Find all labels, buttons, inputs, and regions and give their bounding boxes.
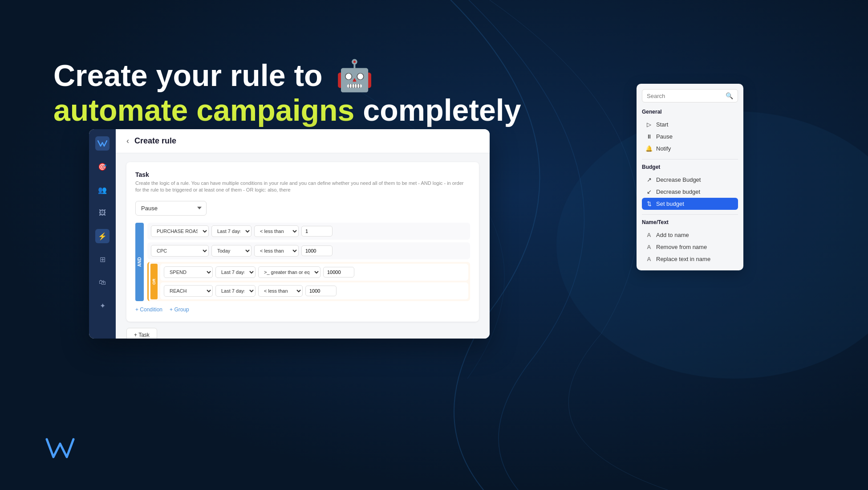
- hero-section: Create your rule to 🤖 automate campaigns…: [53, 58, 521, 127]
- add-to-name-icon: A: [645, 232, 653, 238]
- task-section-label: Task: [135, 171, 470, 178]
- decrease-budget-upper-icon: ↗: [645, 176, 653, 183]
- sidebar-icon-grid[interactable]: ⊞: [95, 252, 110, 266]
- page-title: Create rule: [134, 136, 176, 146]
- condition-period-2[interactable]: Today: [211, 245, 251, 257]
- notify-icon: 🔔: [645, 145, 653, 152]
- task-type-dropdown[interactable]: Pause: [135, 201, 207, 216]
- dp-item-replace-text[interactable]: A Replace text in name: [642, 253, 738, 265]
- dp-item-decrease-budget-lower[interactable]: ↙ Decrease budget: [642, 186, 738, 198]
- sidebar-logo[interactable]: [95, 136, 110, 151]
- dp-item-label-set-budget: Set budget: [656, 200, 684, 207]
- dp-item-decrease-budget-upper[interactable]: ↗ Decrease Budget: [642, 174, 738, 186]
- bottom-logo: [45, 435, 80, 463]
- page-header: ‹ Create rule: [116, 129, 490, 153]
- conditions-list: PURCHASE ROAS Last 7 days < less than: [147, 223, 470, 301]
- task-section-desc: Create the logic of a rule. You can have…: [135, 180, 470, 194]
- dp-item-remove-from-name[interactable]: A Remove from name: [642, 241, 738, 253]
- dropdown-search-container: 🔍: [642, 89, 738, 102]
- sidebar-icon-catalog[interactable]: 🛍: [95, 275, 110, 290]
- dropdown-panel: 🔍 General ▷ Start ⏸ Pause 🔔 Notify Budge…: [637, 84, 743, 270]
- add-group-button[interactable]: + Group: [170, 306, 189, 313]
- divider-2: [642, 214, 738, 215]
- condition-value-1[interactable]: [301, 226, 333, 237]
- condition-operator-2[interactable]: < less than: [254, 245, 299, 257]
- dp-item-set-budget[interactable]: ⇅ Set budget: [642, 198, 738, 210]
- dp-item-pause[interactable]: ⏸ Pause: [642, 131, 738, 143]
- main-content: ‹ Create rule Task Create the logic of a…: [116, 129, 490, 339]
- sidebar-icon-media[interactable]: 🖼: [95, 206, 110, 220]
- hero-robot-emoji: 🤖: [336, 58, 373, 92]
- dp-item-label-start: Start: [656, 121, 668, 128]
- condition-metric-2[interactable]: CPC: [151, 245, 209, 257]
- decrease-budget-lower-icon: ↙: [645, 188, 653, 195]
- or-condition-metric-2[interactable]: REACH: [164, 285, 213, 297]
- dp-item-notify[interactable]: 🔔 Notify: [642, 143, 738, 155]
- add-condition-button[interactable]: + Condition: [135, 306, 162, 313]
- app-window: 🎯 👥 🖼 ⚡ ⊞ 🛍 ✦ ‹ Create rule Task Create …: [89, 129, 490, 339]
- or-condition-operator-1[interactable]: >_ greater than or equal: [258, 266, 320, 278]
- and-label: AND: [135, 223, 144, 301]
- hero-line2-highlight: automate campaigns: [53, 93, 354, 127]
- dp-item-label-pause: Pause: [656, 133, 673, 140]
- or-condition-metric-1[interactable]: SPEND: [164, 266, 213, 278]
- section-label-general: General: [642, 109, 738, 115]
- section-label-budget: Budget: [642, 164, 738, 170]
- remove-from-name-icon: A: [645, 244, 653, 250]
- condition-metric-1[interactable]: PURCHASE ROAS: [151, 225, 209, 237]
- dp-item-label-notify: Notify: [656, 145, 671, 152]
- start-icon: ▷: [645, 121, 653, 128]
- sidebar-icon-audiences[interactable]: 👥: [95, 183, 110, 197]
- or-condition-period-2[interactable]: Last 7 days: [215, 285, 256, 297]
- conditions-area: AND PURCHASE ROAS Last 7 days < less tha: [135, 223, 470, 301]
- section-label-name-text: Name/Text: [642, 219, 738, 225]
- dp-item-label-replace-text: Replace text in name: [656, 256, 710, 262]
- sidebar-icon-automation[interactable]: ⚡: [95, 229, 110, 243]
- or-condition-value-1[interactable]: [323, 267, 354, 278]
- dp-item-label-add-to-name: Add to name: [656, 232, 689, 238]
- or-condition-row: REACH Last 7 days < less than: [160, 282, 468, 299]
- add-row: + Condition + Group: [135, 306, 470, 313]
- dp-item-label-decrease-budget-lower: Decrease budget: [656, 188, 700, 195]
- or-condition-operator-2[interactable]: < less than: [258, 285, 303, 297]
- back-button[interactable]: ‹: [126, 136, 129, 146]
- sidebar: 🎯 👥 🖼 ⚡ ⊞ 🛍 ✦: [89, 129, 116, 339]
- dp-item-start[interactable]: ▷ Start: [642, 118, 738, 131]
- hero-line2-rest: completely: [354, 93, 521, 127]
- or-label: OR: [150, 264, 158, 299]
- set-budget-icon: ⇅: [645, 200, 653, 207]
- condition-period-1[interactable]: Last 7 days: [211, 225, 251, 237]
- condition-value-2[interactable]: [301, 245, 333, 256]
- sidebar-icon-settings[interactable]: ✦: [95, 298, 110, 313]
- page-body: Task Create the logic of a rule. You can…: [116, 153, 490, 339]
- or-condition-period-1[interactable]: Last 7 days: [215, 266, 256, 278]
- dp-item-label-decrease-budget-upper: Decrease Budget: [656, 176, 701, 183]
- add-task-button[interactable]: + Task: [126, 328, 157, 339]
- condition-operator-1[interactable]: < less than: [254, 225, 299, 237]
- sidebar-icon-campaigns[interactable]: 🎯: [95, 159, 110, 174]
- search-icon: 🔍: [726, 92, 733, 99]
- condition-row: CPC Today < less than: [147, 242, 470, 259]
- task-section: Task Create the logic of a rule. You can…: [126, 162, 479, 322]
- dp-item-label-remove-from-name: Remove from name: [656, 244, 707, 250]
- or-condition-row: SPEND Last 7 days >_ greater than or equ…: [160, 264, 468, 281]
- or-conditions: SPEND Last 7 days >_ greater than or equ…: [160, 264, 468, 299]
- or-group: OR SPEND Last 7 days: [147, 262, 470, 301]
- search-input[interactable]: [647, 93, 726, 99]
- hero-line1-text: Create your rule to: [53, 58, 323, 92]
- or-condition-value-2[interactable]: [305, 286, 337, 296]
- condition-row: PURCHASE ROAS Last 7 days < less than: [147, 223, 470, 240]
- dp-item-add-to-name[interactable]: A Add to name: [642, 229, 738, 241]
- divider-1: [642, 159, 738, 159]
- pause-icon: ⏸: [645, 133, 653, 140]
- replace-text-icon: A: [645, 256, 653, 262]
